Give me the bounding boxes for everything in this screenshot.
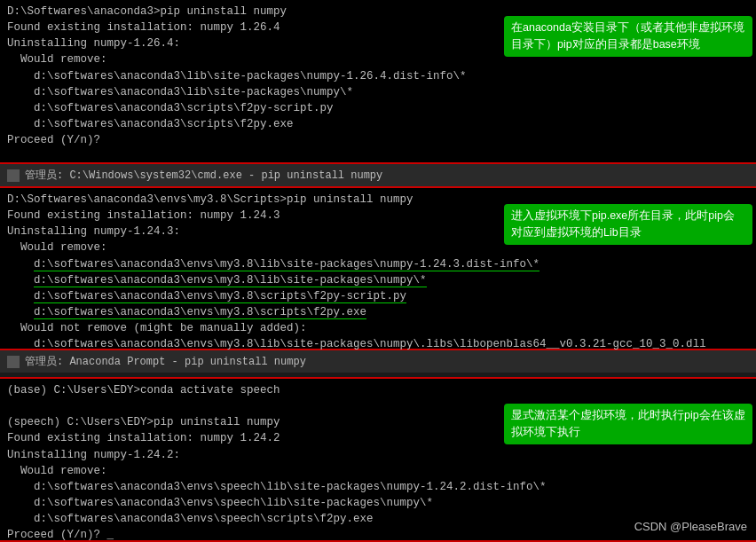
separator-2: 管理员: Anaconda Prompt - pip uninstall num… <box>0 350 756 373</box>
middle-annotation: 进入虚拟环境下pip.exe所在目录，此时pip会对应到虚拟环境的Lib目录 <box>504 204 752 245</box>
bottom-terminal: (base) C:\Users\EDY>conda activate speec… <box>0 377 756 542</box>
csdn-watermark: CSDN @PleaseBrave <box>634 520 747 533</box>
manually-text: manually <box>201 322 254 334</box>
cmd-icon-2 <box>7 356 20 368</box>
top-annotation: 在anaconda安装目录下（或者其他非虚拟环境目录下）pip对应的目录都是ba… <box>504 16 752 57</box>
bottom-annotation: 显式激活某个虚拟环境，此时执行pip会在该虚拟环境下执行 <box>504 404 752 444</box>
cmd-icon-1 <box>7 169 20 182</box>
separator-1: 管理员: C:\Windows\system32\cmd.exe - pip u… <box>0 164 756 186</box>
